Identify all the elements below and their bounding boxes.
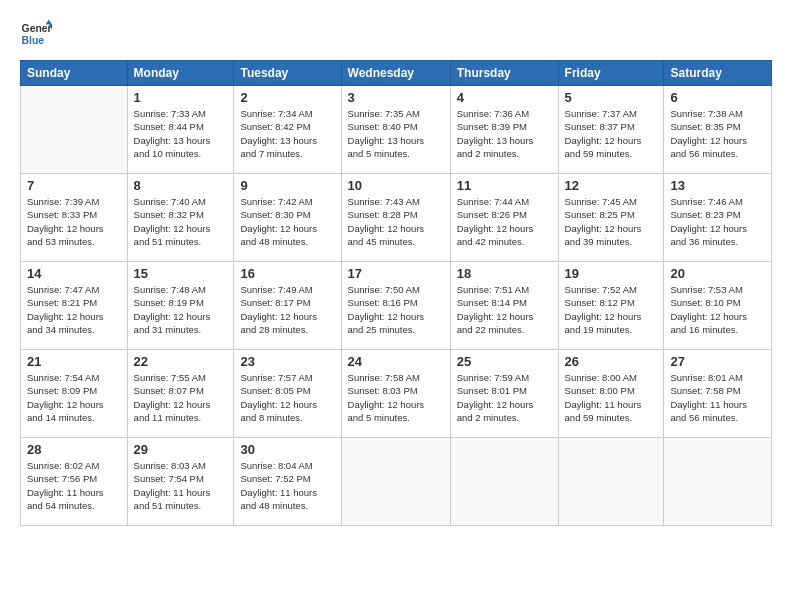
day-number: 10: [348, 178, 444, 193]
day-number: 8: [134, 178, 228, 193]
calendar-cell: 13Sunrise: 7:46 AM Sunset: 8:23 PM Dayli…: [664, 174, 772, 262]
calendar-week-5: 28Sunrise: 8:02 AM Sunset: 7:56 PM Dayli…: [21, 438, 772, 526]
calendar-cell: 5Sunrise: 7:37 AM Sunset: 8:37 PM Daylig…: [558, 86, 664, 174]
calendar-cell: 6Sunrise: 7:38 AM Sunset: 8:35 PM Daylig…: [664, 86, 772, 174]
logo-icon: General Blue: [20, 18, 52, 50]
day-number: 6: [670, 90, 765, 105]
calendar-week-2: 7Sunrise: 7:39 AM Sunset: 8:33 PM Daylig…: [21, 174, 772, 262]
day-number: 15: [134, 266, 228, 281]
calendar-cell: [450, 438, 558, 526]
day-number: 2: [240, 90, 334, 105]
day-info: Sunrise: 8:01 AM Sunset: 7:58 PM Dayligh…: [670, 371, 765, 424]
calendar-cell: [664, 438, 772, 526]
day-number: 4: [457, 90, 552, 105]
day-info: Sunrise: 7:49 AM Sunset: 8:17 PM Dayligh…: [240, 283, 334, 336]
day-info: Sunrise: 7:37 AM Sunset: 8:37 PM Dayligh…: [565, 107, 658, 160]
day-number: 20: [670, 266, 765, 281]
day-info: Sunrise: 8:04 AM Sunset: 7:52 PM Dayligh…: [240, 459, 334, 512]
calendar-table: SundayMondayTuesdayWednesdayThursdayFrid…: [20, 60, 772, 526]
day-info: Sunrise: 7:33 AM Sunset: 8:44 PM Dayligh…: [134, 107, 228, 160]
logo: General Blue: [20, 18, 52, 50]
calendar-cell: 1Sunrise: 7:33 AM Sunset: 8:44 PM Daylig…: [127, 86, 234, 174]
svg-marker-2: [46, 20, 52, 25]
day-number: 28: [27, 442, 121, 457]
calendar-header-tuesday: Tuesday: [234, 61, 341, 86]
calendar-cell: 11Sunrise: 7:44 AM Sunset: 8:26 PM Dayli…: [450, 174, 558, 262]
calendar-cell: 18Sunrise: 7:51 AM Sunset: 8:14 PM Dayli…: [450, 262, 558, 350]
day-info: Sunrise: 7:45 AM Sunset: 8:25 PM Dayligh…: [565, 195, 658, 248]
calendar-cell: 29Sunrise: 8:03 AM Sunset: 7:54 PM Dayli…: [127, 438, 234, 526]
day-info: Sunrise: 8:03 AM Sunset: 7:54 PM Dayligh…: [134, 459, 228, 512]
calendar-cell: 7Sunrise: 7:39 AM Sunset: 8:33 PM Daylig…: [21, 174, 128, 262]
day-number: 18: [457, 266, 552, 281]
calendar-week-1: 1Sunrise: 7:33 AM Sunset: 8:44 PM Daylig…: [21, 86, 772, 174]
day-number: 29: [134, 442, 228, 457]
calendar-cell: [558, 438, 664, 526]
calendar-header-wednesday: Wednesday: [341, 61, 450, 86]
calendar-cell: [21, 86, 128, 174]
day-info: Sunrise: 7:44 AM Sunset: 8:26 PM Dayligh…: [457, 195, 552, 248]
day-info: Sunrise: 7:50 AM Sunset: 8:16 PM Dayligh…: [348, 283, 444, 336]
day-info: Sunrise: 7:43 AM Sunset: 8:28 PM Dayligh…: [348, 195, 444, 248]
calendar-header-thursday: Thursday: [450, 61, 558, 86]
day-number: 9: [240, 178, 334, 193]
day-number: 22: [134, 354, 228, 369]
calendar-cell: 24Sunrise: 7:58 AM Sunset: 8:03 PM Dayli…: [341, 350, 450, 438]
day-number: 25: [457, 354, 552, 369]
calendar-cell: 19Sunrise: 7:52 AM Sunset: 8:12 PM Dayli…: [558, 262, 664, 350]
calendar-week-4: 21Sunrise: 7:54 AM Sunset: 8:09 PM Dayli…: [21, 350, 772, 438]
day-info: Sunrise: 7:40 AM Sunset: 8:32 PM Dayligh…: [134, 195, 228, 248]
calendar-cell: 12Sunrise: 7:45 AM Sunset: 8:25 PM Dayli…: [558, 174, 664, 262]
calendar-cell: 4Sunrise: 7:36 AM Sunset: 8:39 PM Daylig…: [450, 86, 558, 174]
calendar-cell: 9Sunrise: 7:42 AM Sunset: 8:30 PM Daylig…: [234, 174, 341, 262]
day-info: Sunrise: 7:52 AM Sunset: 8:12 PM Dayligh…: [565, 283, 658, 336]
day-number: 1: [134, 90, 228, 105]
calendar-cell: 8Sunrise: 7:40 AM Sunset: 8:32 PM Daylig…: [127, 174, 234, 262]
calendar-cell: 14Sunrise: 7:47 AM Sunset: 8:21 PM Dayli…: [21, 262, 128, 350]
svg-text:General: General: [22, 23, 52, 34]
day-info: Sunrise: 7:58 AM Sunset: 8:03 PM Dayligh…: [348, 371, 444, 424]
calendar-cell: [341, 438, 450, 526]
day-number: 30: [240, 442, 334, 457]
day-info: Sunrise: 7:48 AM Sunset: 8:19 PM Dayligh…: [134, 283, 228, 336]
day-info: Sunrise: 7:51 AM Sunset: 8:14 PM Dayligh…: [457, 283, 552, 336]
calendar-cell: 3Sunrise: 7:35 AM Sunset: 8:40 PM Daylig…: [341, 86, 450, 174]
svg-text:Blue: Blue: [22, 35, 45, 46]
day-info: Sunrise: 7:42 AM Sunset: 8:30 PM Dayligh…: [240, 195, 334, 248]
calendar-cell: 2Sunrise: 7:34 AM Sunset: 8:42 PM Daylig…: [234, 86, 341, 174]
day-number: 19: [565, 266, 658, 281]
calendar-cell: 25Sunrise: 7:59 AM Sunset: 8:01 PM Dayli…: [450, 350, 558, 438]
day-info: Sunrise: 7:36 AM Sunset: 8:39 PM Dayligh…: [457, 107, 552, 160]
calendar-cell: 22Sunrise: 7:55 AM Sunset: 8:07 PM Dayli…: [127, 350, 234, 438]
day-info: Sunrise: 7:38 AM Sunset: 8:35 PM Dayligh…: [670, 107, 765, 160]
calendar-cell: 20Sunrise: 7:53 AM Sunset: 8:10 PM Dayli…: [664, 262, 772, 350]
calendar-header-friday: Friday: [558, 61, 664, 86]
calendar-header-saturday: Saturday: [664, 61, 772, 86]
day-info: Sunrise: 7:59 AM Sunset: 8:01 PM Dayligh…: [457, 371, 552, 424]
day-info: Sunrise: 7:53 AM Sunset: 8:10 PM Dayligh…: [670, 283, 765, 336]
day-number: 14: [27, 266, 121, 281]
day-info: Sunrise: 7:39 AM Sunset: 8:33 PM Dayligh…: [27, 195, 121, 248]
day-info: Sunrise: 8:00 AM Sunset: 8:00 PM Dayligh…: [565, 371, 658, 424]
day-info: Sunrise: 7:46 AM Sunset: 8:23 PM Dayligh…: [670, 195, 765, 248]
calendar-cell: 27Sunrise: 8:01 AM Sunset: 7:58 PM Dayli…: [664, 350, 772, 438]
day-info: Sunrise: 7:35 AM Sunset: 8:40 PM Dayligh…: [348, 107, 444, 160]
day-info: Sunrise: 7:47 AM Sunset: 8:21 PM Dayligh…: [27, 283, 121, 336]
calendar-header-sunday: Sunday: [21, 61, 128, 86]
calendar-cell: 15Sunrise: 7:48 AM Sunset: 8:19 PM Dayli…: [127, 262, 234, 350]
day-number: 7: [27, 178, 121, 193]
calendar-cell: 10Sunrise: 7:43 AM Sunset: 8:28 PM Dayli…: [341, 174, 450, 262]
day-number: 21: [27, 354, 121, 369]
page-header: General Blue: [20, 18, 772, 50]
calendar-header-monday: Monday: [127, 61, 234, 86]
calendar-cell: 16Sunrise: 7:49 AM Sunset: 8:17 PM Dayli…: [234, 262, 341, 350]
day-info: Sunrise: 7:34 AM Sunset: 8:42 PM Dayligh…: [240, 107, 334, 160]
day-info: Sunrise: 7:57 AM Sunset: 8:05 PM Dayligh…: [240, 371, 334, 424]
day-number: 12: [565, 178, 658, 193]
day-number: 16: [240, 266, 334, 281]
day-number: 11: [457, 178, 552, 193]
day-number: 17: [348, 266, 444, 281]
calendar-cell: 28Sunrise: 8:02 AM Sunset: 7:56 PM Dayli…: [21, 438, 128, 526]
day-number: 5: [565, 90, 658, 105]
day-number: 24: [348, 354, 444, 369]
